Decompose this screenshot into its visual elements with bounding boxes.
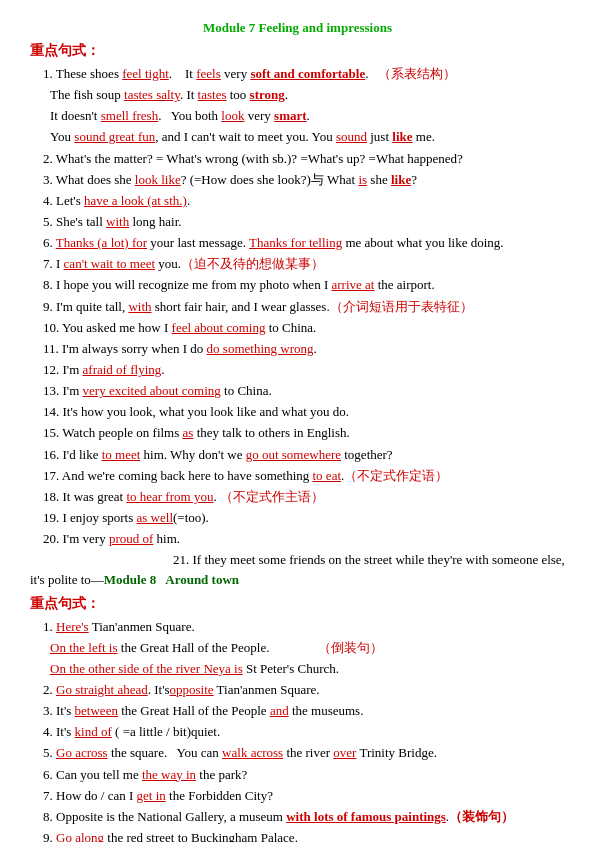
page-title: Module 7 Feeling and impressions — [30, 20, 565, 36]
line-1b: The fish soup tastes salty. It tastes to… — [50, 85, 565, 105]
line-14: 14. It's how you look, what you look lik… — [30, 402, 565, 422]
s2-line-4: 4. It's kind of ( =a little / bit)quiet. — [30, 722, 565, 742]
line-6: 6. Thanks (a lot) for your last message.… — [30, 233, 565, 253]
line-21: 21. If they meet some friends on the str… — [30, 550, 565, 590]
line-8: 8. I hope you will recognize me from my … — [30, 275, 565, 295]
line-18: 18. It was great to hear from you. （不定式作… — [30, 487, 565, 507]
s2-line-1b: On the left is the Great Hall of the Peo… — [50, 638, 565, 658]
line-2: 2. What's the matter? = What's wrong (wi… — [30, 149, 565, 169]
s2-line-7: 7. How do / can I get in the Forbidden C… — [30, 786, 565, 806]
line-13: 13. I'm very excited about coming to Chi… — [30, 381, 565, 401]
line-10: 10. You asked me how I feel about coming… — [30, 318, 565, 338]
s2-line-3: 3. It's between the Great Hall of the Pe… — [30, 701, 565, 721]
line-1c: It doesn't smell fresh. You both look ve… — [50, 106, 565, 126]
s2-line-6: 6. Can you tell me the way in the park? — [30, 765, 565, 785]
s2-line-1c: On the other side of the river Neya is S… — [50, 659, 565, 679]
s2-line-1: 1. Here's Tian'anmen Square. — [30, 617, 565, 637]
line-17: 17. And we're coming back here to have s… — [30, 466, 565, 486]
line-11: 11. I'm always sorry when I do do someth… — [30, 339, 565, 359]
line-3: 3. What does she look like? (=How does s… — [30, 170, 565, 190]
line-20: 20. I'm very proud of him. — [30, 529, 565, 549]
content-section2: 1. Here's Tian'anmen Square. On the left… — [30, 617, 565, 842]
line-15: 15. Watch people on films as they talk t… — [30, 423, 565, 443]
line-16: 16. I'd like to meet him. Why don't we g… — [30, 445, 565, 465]
line-12: 12. I'm afraid of flying. — [30, 360, 565, 380]
section1-header: 重点句式： — [30, 42, 565, 60]
line-4: 4. Let's have a look (at sth.). — [30, 191, 565, 211]
line-9: 9. I'm quite tall, with short fair hair,… — [30, 297, 565, 317]
s2-line-5: 5. Go across the square. You can walk ac… — [30, 743, 565, 763]
content-section1: 1. These shoes feel tight. It feels very… — [30, 64, 565, 591]
s2-line-2: 2. Go straight ahead. It'sopposite Tian'… — [30, 680, 565, 700]
line-19: 19. I enjoy sports as well(=too). — [30, 508, 565, 528]
line-1d: You sound great fun, and I can't wait to… — [50, 127, 565, 147]
line-5: 5. She's tall with long hair. — [30, 212, 565, 232]
section2-header: 重点句式： — [30, 595, 565, 613]
line-1: 1. These shoes feel tight. It feels very… — [30, 64, 565, 84]
s2-line-8: 8. Opposite is the National Gallery, a m… — [30, 807, 565, 827]
s2-line-9: 9. Go along the red street to Buckingham… — [30, 828, 565, 842]
line-7: 7. I can't wait to meet you.（迫不及待的想做某事） — [30, 254, 565, 274]
